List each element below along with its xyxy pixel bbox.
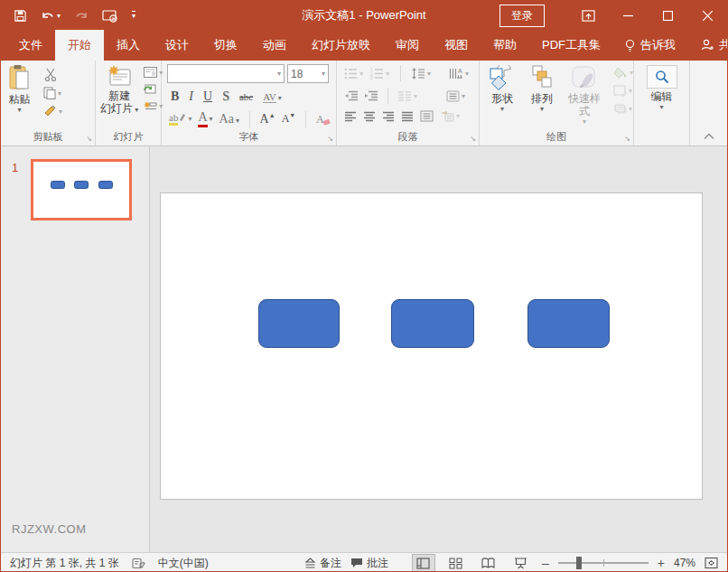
ribbon-display-options-icon[interactable] (568, 1, 608, 30)
bold-button[interactable]: B (171, 89, 179, 104)
font-name-dropdown-icon[interactable]: ▾ (274, 70, 281, 78)
format-painter-icon[interactable] (43, 105, 62, 117)
character-spacing-button[interactable]: AV (263, 91, 282, 103)
customize-qat-icon[interactable]: ▾ (132, 11, 135, 20)
numbering-icon[interactable]: 123 (370, 68, 389, 80)
strikethrough-button[interactable]: abc (239, 91, 253, 102)
accessibility-check-icon[interactable] (132, 558, 145, 569)
editing-button[interactable]: 编辑 ▾ (634, 65, 689, 110)
text-highlight-button[interactable]: ab (169, 112, 191, 126)
columns-icon[interactable] (397, 90, 417, 101)
text-direction-icon[interactable]: A (449, 68, 469, 80)
bullets-icon[interactable] (344, 68, 363, 80)
slideshow-view-button[interactable] (509, 554, 533, 572)
slide-counter[interactable]: 幻灯片 第 1 张, 共 1 张 (10, 556, 119, 571)
tab-insert[interactable]: 插入 (104, 30, 153, 61)
grow-font-button[interactable]: A▲ (260, 112, 275, 127)
slide-sorter-view-button[interactable] (444, 554, 468, 572)
tab-design[interactable]: 设计 (153, 30, 201, 61)
clear-formatting-icon[interactable]: A (316, 113, 331, 126)
font-color-button[interactable]: A (198, 110, 212, 127)
zoom-level[interactable]: 47% (674, 557, 695, 569)
justify-icon[interactable] (401, 111, 414, 122)
line-spacing-icon[interactable] (412, 68, 431, 80)
paste-dropdown-icon[interactable]: ▾ (17, 108, 21, 113)
tab-help[interactable]: 帮助 (481, 30, 529, 61)
tab-animations[interactable]: 动画 (250, 30, 299, 61)
font-dialog-launcher[interactable] (327, 135, 333, 143)
tab-review[interactable]: 审阅 (383, 30, 432, 61)
distribute-columns-icon[interactable] (420, 110, 434, 122)
tab-pdf-tools[interactable]: PDF工具集 (529, 30, 613, 61)
share-button[interactable]: 共享 (686, 30, 728, 61)
save-icon[interactable] (14, 9, 27, 23)
shape-effects-icon (613, 103, 633, 114)
maximize-button[interactable] (648, 1, 687, 30)
tell-me-box[interactable]: 告诉我 (613, 30, 686, 61)
tab-home[interactable]: 开始 (55, 30, 104, 61)
collapse-ribbon-icon[interactable] (704, 133, 714, 140)
rounded-rectangle-shape[interactable] (258, 299, 340, 348)
slide-canvas-page[interactable] (160, 192, 703, 500)
paragraph-dialog-launcher[interactable] (470, 135, 476, 143)
tab-slideshow[interactable]: 幻灯片放映 (299, 30, 383, 61)
text-shadow-button[interactable]: S (222, 89, 229, 104)
language-indicator[interactable]: 中文(中国) (158, 556, 209, 571)
slide-layout-icon[interactable] (144, 67, 163, 78)
drawing-dialog-launcher[interactable] (624, 135, 630, 143)
underline-button[interactable]: U (203, 89, 212, 104)
arrange-dropdown-icon[interactable]: ▾ (540, 107, 544, 112)
tab-file[interactable]: 文件 (6, 30, 55, 61)
rounded-rectangle-shape[interactable] (527, 299, 610, 348)
increase-indent-icon[interactable] (364, 90, 378, 101)
font-name-combo[interactable]: ▾ (167, 64, 285, 83)
font-size-combo[interactable]: 18 ▾ (287, 64, 329, 83)
close-button[interactable] (687, 1, 727, 30)
new-slide-dropdown-icon[interactable]: ▾ (133, 106, 138, 114)
start-slideshow-icon[interactable] (102, 9, 118, 23)
rounded-rectangle-shape[interactable] (391, 299, 474, 348)
svg-text:3: 3 (370, 76, 373, 80)
paste-button[interactable]: 粘贴 ▾ (8, 64, 31, 113)
slide-thumbnail[interactable] (31, 159, 132, 220)
undo-icon[interactable] (41, 9, 61, 22)
shapes-dropdown-icon[interactable]: ▾ (500, 107, 504, 112)
reset-slide-icon[interactable] (144, 83, 163, 95)
section-icon[interactable] (144, 100, 163, 111)
zoom-slider[interactable] (558, 562, 649, 564)
align-left-icon[interactable] (344, 111, 357, 122)
comments-button[interactable]: 批注 (350, 556, 388, 571)
decrease-indent-icon[interactable] (344, 90, 359, 101)
align-right-icon[interactable] (382, 111, 395, 122)
zoom-out-button[interactable]: – (542, 558, 549, 567)
font-size-dropdown-icon[interactable]: ▾ (318, 70, 325, 78)
clipboard-dialog-launcher[interactable] (86, 135, 92, 143)
convert-smartart-icon[interactable] (440, 110, 460, 122)
change-case-button[interactable]: Aa (219, 112, 239, 127)
copy-icon[interactable] (43, 87, 62, 99)
shrink-font-button[interactable]: A▼ (282, 112, 296, 126)
zoom-slider-handle[interactable] (576, 557, 582, 569)
fit-slide-to-window-icon[interactable] (705, 557, 718, 569)
minimize-button[interactable] (608, 1, 648, 30)
slide-editing-area[interactable] (150, 146, 727, 552)
find-icon (647, 65, 677, 89)
normal-view-button[interactable] (412, 554, 435, 572)
shape-outline-icon (613, 85, 633, 97)
group-clipboard: 粘贴 ▾ 剪贴板 (1, 61, 96, 145)
zoom-in-button[interactable]: + (658, 558, 665, 567)
new-slide-button[interactable]: 新建幻灯片 ▾ (100, 64, 138, 115)
italic-button[interactable]: I (189, 89, 193, 104)
arrange-button[interactable]: 排列 ▾ (530, 65, 554, 112)
sign-in-button[interactable]: 登录 (499, 5, 545, 27)
cut-icon[interactable] (43, 68, 62, 81)
tab-transitions[interactable]: 切换 (201, 30, 250, 61)
editing-dropdown-icon[interactable]: ▾ (659, 105, 663, 110)
reading-view-button[interactable] (477, 554, 500, 572)
align-center-icon[interactable] (363, 111, 376, 122)
shapes-button[interactable]: 形状 ▾ (489, 65, 516, 112)
align-text-icon[interactable] (446, 90, 465, 102)
notes-button[interactable]: 备注 (304, 556, 341, 571)
tab-view[interactable]: 视图 (432, 30, 481, 61)
arrange-icon (530, 65, 554, 90)
